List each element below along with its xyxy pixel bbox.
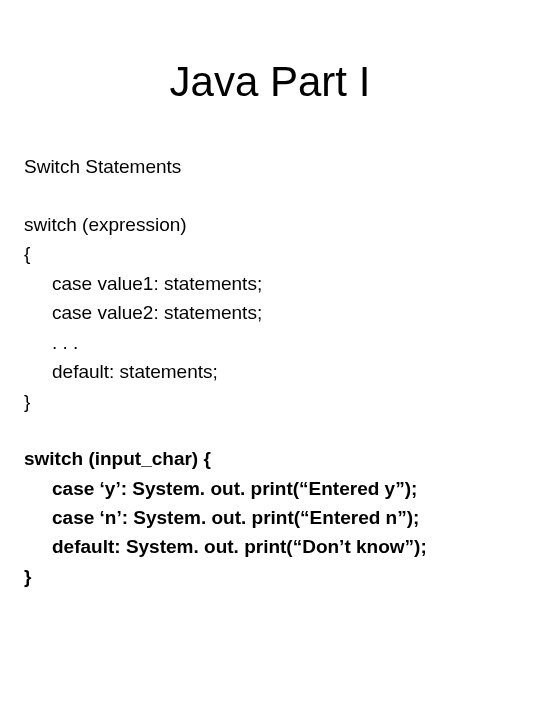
code-line: } bbox=[24, 562, 516, 591]
code-block-example: switch (input_char) { case ‘y’: System. … bbox=[24, 444, 516, 591]
code-line: } bbox=[24, 387, 516, 416]
code-line: case ‘y’: System. out. print(“Entered y”… bbox=[24, 474, 516, 503]
subtitle: Switch Statements bbox=[24, 156, 516, 178]
code-line: case ‘n’: System. out. print(“Entered n”… bbox=[24, 503, 516, 532]
code-line: default: System. out. print(“Don’t know”… bbox=[24, 532, 516, 561]
code-line: case value2: statements; bbox=[24, 298, 516, 327]
code-block-generic: switch (expression) { case value1: state… bbox=[24, 210, 516, 416]
page-title: Java Part I bbox=[0, 58, 540, 106]
code-line: default: statements; bbox=[24, 357, 516, 386]
code-line: case value1: statements; bbox=[24, 269, 516, 298]
content-area: Switch Statements switch (expression) { … bbox=[0, 156, 540, 591]
code-line: switch (expression) bbox=[24, 210, 516, 239]
code-line: { bbox=[24, 239, 516, 268]
code-line: . . . bbox=[24, 328, 516, 357]
code-line: switch (input_char) { bbox=[24, 444, 516, 473]
